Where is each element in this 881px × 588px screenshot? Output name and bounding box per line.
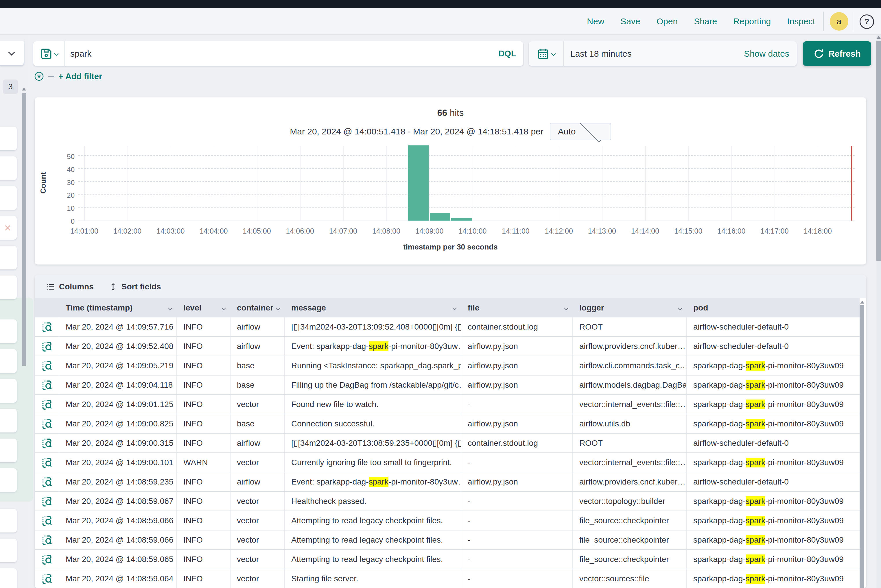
column-header-logger[interactable]: logger	[573, 298, 687, 317]
cell-time: Mar 20, 2024 @ 14:09:52.408	[59, 337, 177, 356]
nav-inspect[interactable]: Inspect	[787, 16, 815, 26]
calendar-menu-button[interactable]	[529, 41, 564, 66]
histogram-bar[interactable]	[408, 146, 429, 220]
expand-document-button[interactable]	[35, 395, 59, 414]
sidebar-scroll-up-arrow-icon[interactable]	[22, 88, 26, 90]
histogram-plot[interactable]	[78, 146, 855, 221]
histogram-bar[interactable]	[451, 218, 472, 220]
remove-field-icon[interactable]: ×	[5, 222, 11, 234]
sidebar-field-card[interactable]	[0, 409, 17, 432]
add-filter-button[interactable]: + Add filter	[59, 72, 102, 81]
sort-fields-button[interactable]: Sort fields	[109, 282, 161, 291]
expand-document-button[interactable]	[35, 453, 59, 472]
vertical-gridline	[386, 146, 387, 220]
sidebar-field-card[interactable]	[0, 349, 17, 373]
sidebar-field-card[interactable]	[0, 320, 17, 343]
expand-document-button[interactable]	[35, 356, 59, 375]
expand-document-button[interactable]	[35, 317, 59, 336]
cell-time: Mar 20, 2024 @ 14:09:57.716	[59, 317, 177, 336]
sidebar-field-card[interactable]	[0, 127, 17, 150]
sidebar-field-card[interactable]	[0, 246, 17, 269]
query-language-button[interactable]: DQL	[492, 49, 523, 58]
cell-file: airflow.py.json	[462, 337, 573, 356]
avatar[interactable]: a	[830, 12, 848, 31]
interval-select[interactable]: Auto	[550, 123, 611, 140]
nav-share[interactable]: Share	[694, 16, 717, 26]
expand-document-button[interactable]	[35, 550, 59, 568]
column-header-time[interactable]: Time (timestamp)	[59, 298, 177, 317]
sidebar-field-card[interactable]	[0, 379, 17, 403]
x-tick-label: 14:08:00	[372, 227, 400, 236]
filter-icon[interactable]	[34, 71, 44, 81]
column-header-pod[interactable]: pod	[687, 298, 860, 317]
help-icon[interactable]: ?	[860, 15, 874, 29]
expand-document-button[interactable]	[35, 531, 59, 549]
inspect-document-icon	[41, 418, 53, 430]
cell-logger: file_source::checkpointer	[573, 511, 687, 530]
histogram-bar[interactable]	[430, 213, 451, 220]
cell-container: vector	[230, 453, 285, 472]
expand-document-button[interactable]	[35, 492, 59, 510]
cell-file: -	[462, 395, 573, 414]
expand-document-button[interactable]	[35, 511, 59, 530]
saved-query-menu-button[interactable]	[33, 41, 65, 66]
sidebar-field-card[interactable]	[0, 186, 17, 210]
cell-time: Mar 20, 2024 @ 14:08:59.066	[59, 511, 177, 530]
x-tick-label: 14:03:00	[156, 227, 185, 236]
sidebar-field-card[interactable]	[0, 568, 17, 588]
sort-fields-label: Sort fields	[122, 282, 161, 291]
horizontal-gridline	[78, 181, 855, 182]
page-scrollbar[interactable]	[876, 41, 881, 261]
cell-file: -	[462, 569, 573, 588]
nav-open[interactable]: Open	[657, 16, 678, 26]
sidebar-scrollbar[interactable]	[22, 93, 26, 366]
cell-logger: airflow.utils.db	[573, 414, 687, 433]
search-highlight: spark	[746, 535, 765, 545]
x-tick-label: 14:09:00	[415, 227, 444, 236]
column-header-container[interactable]: container	[230, 298, 285, 317]
expand-document-button[interactable]	[35, 434, 59, 452]
cell-file: airflow.py.json	[462, 375, 573, 394]
nav-new[interactable]: New	[587, 16, 604, 26]
column-header-message[interactable]: message	[285, 298, 462, 317]
table-scrollbar[interactable]	[860, 305, 864, 588]
search-input[interactable]: spark	[65, 49, 492, 58]
vertical-gridline	[128, 146, 128, 220]
show-dates-link[interactable]: Show dates	[744, 49, 797, 58]
sidebar-collapse-button[interactable]	[0, 41, 24, 66]
column-header-file[interactable]: file	[462, 298, 573, 317]
cell-message: Attempting to read legacy checkpoint fil…	[285, 531, 462, 549]
expand-document-button[interactable]	[35, 337, 59, 356]
table-scroll-up-arrow-icon[interactable]	[860, 301, 864, 303]
refresh-button[interactable]: Refresh	[803, 41, 871, 66]
expand-document-button[interactable]	[35, 569, 59, 588]
cell-level: INFO	[177, 337, 230, 356]
sidebar-field-card[interactable]	[0, 538, 17, 562]
vertical-gridline	[343, 146, 344, 220]
page-scroll-up-arrow-icon[interactable]	[876, 36, 881, 39]
column-header-level[interactable]: level	[177, 298, 230, 317]
sidebar-field-card[interactable]: ×	[0, 216, 17, 240]
cell-time: Mar 20, 2024 @ 14:09:04.118	[59, 375, 177, 394]
sidebar-field-card[interactable]	[0, 438, 17, 462]
nav-save[interactable]: Save	[620, 16, 640, 26]
time-range-value[interactable]: Last 18 minutes	[564, 49, 744, 58]
sidebar-field-card[interactable]	[0, 276, 17, 299]
cell-message: Running <TaskInstance: sparkapp_dag.spar…	[285, 356, 462, 375]
nav-reporting[interactable]: Reporting	[733, 16, 771, 26]
sidebar-field-card[interactable]	[0, 156, 17, 180]
expand-document-button[interactable]	[35, 414, 59, 433]
x-tick-label: 14:12:00	[545, 227, 573, 236]
x-tick-label: 14:04:00	[200, 227, 228, 236]
sidebar-field-card[interactable]	[0, 509, 17, 532]
search-highlight: spark	[746, 516, 765, 525]
sidebar-count-badge: 3	[3, 80, 18, 94]
expand-document-button[interactable]	[35, 375, 59, 394]
sidebar-field-card[interactable]	[0, 468, 17, 492]
horizontal-gridline	[78, 168, 855, 169]
columns-button[interactable]: Columns	[46, 282, 94, 291]
hits-count: 66	[437, 108, 447, 118]
expand-document-button[interactable]	[35, 472, 59, 491]
x-tick-label: 14:18:00	[803, 227, 831, 236]
cell-time: Mar 20, 2024 @ 14:09:05.219	[59, 356, 177, 375]
